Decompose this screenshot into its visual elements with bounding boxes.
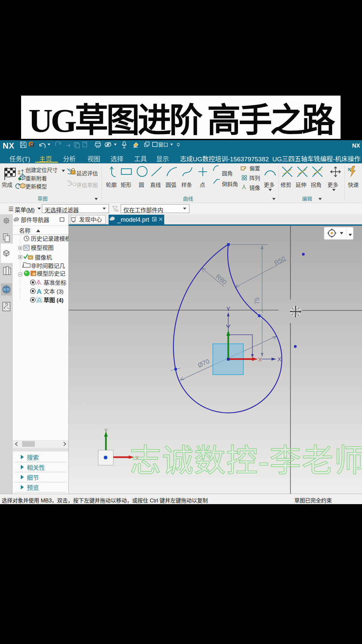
svg-text:更多: 更多	[327, 182, 338, 188]
svg-text:延伸: 延伸	[296, 182, 306, 188]
svg-text:阵列: 阵列	[249, 175, 260, 181]
svg-text:A: A	[37, 287, 42, 295]
svg-text:偏置: 偏置	[249, 166, 260, 171]
svg-text:文本 (3): 文本 (3)	[44, 288, 64, 295]
svg-text:倒斜角: 倒斜角	[222, 181, 238, 187]
svg-text:75: 75	[253, 297, 260, 304]
svg-text:历史记录建模模: 历史记录建模模	[31, 236, 68, 242]
svg-text:样条: 样条	[181, 182, 192, 188]
svg-text:Y: Y	[226, 306, 230, 312]
svg-text:点: 点	[200, 182, 205, 188]
svg-text:圆: 圆	[139, 182, 144, 188]
svg-text:部件导航器: 部件导航器	[21, 217, 49, 223]
svg-text:发现中心: 发现中心	[79, 217, 102, 223]
svg-text:X: X	[278, 356, 281, 363]
svg-text:志诚数控-李老师: 志诚数控-李老师	[130, 443, 362, 478]
svg-text:创建定位尺寸: 创建定位尺寸	[25, 167, 58, 173]
svg-text:细节: 细节	[27, 475, 39, 481]
svg-text:更多: 更多	[264, 182, 275, 188]
svg-text:模型视图: 模型视图	[31, 245, 54, 251]
svg-text:草图 (4): 草图 (4)	[44, 297, 64, 304]
svg-text:延迟评估: 延迟评估	[76, 171, 98, 176]
svg-text:摄像机: 摄像机	[35, 255, 52, 261]
svg-text:非时间戳记几: 非时间戳记几	[31, 263, 65, 269]
svg-text:X: X	[258, 357, 262, 363]
svg-text:矩形: 矩形	[121, 182, 131, 188]
svg-text:拐角: 拐角	[311, 182, 321, 188]
svg-text:相关性: 相关性	[27, 465, 45, 471]
svg-text:镜像: 镜像	[249, 185, 260, 191]
svg-text:轮廓: 轮廓	[106, 182, 117, 188]
svg-text:窗口: 窗口	[158, 142, 168, 148]
svg-text:更新模型: 更新模型	[25, 184, 47, 190]
svg-text:重新附着: 重新附着	[25, 176, 47, 181]
svg-text:修剪: 修剪	[281, 182, 291, 188]
svg-text:搜索: 搜索	[27, 454, 39, 461]
svg-text:模型历史记: 模型历史记	[37, 271, 65, 277]
svg-text:快速: 快速	[348, 182, 359, 188]
svg-text:预览: 预览	[27, 485, 39, 491]
svg-text:曲线: 曲线	[183, 196, 193, 202]
svg-text:直线: 直线	[150, 182, 161, 188]
svg-text:完成: 完成	[2, 182, 12, 188]
svg-text:基准坐标: 基准坐标	[44, 280, 66, 286]
svg-text:编辑: 编辑	[302, 196, 312, 202]
svg-text:_model4.prt: _model4.prt	[117, 216, 149, 223]
svg-text:评估草图: 评估草图	[76, 182, 98, 188]
svg-text:草图: 草图	[38, 196, 48, 202]
svg-text:圆角: 圆角	[222, 171, 233, 176]
svg-text:圆弧: 圆弧	[166, 182, 176, 188]
svg-text:名称: 名称	[19, 228, 31, 234]
